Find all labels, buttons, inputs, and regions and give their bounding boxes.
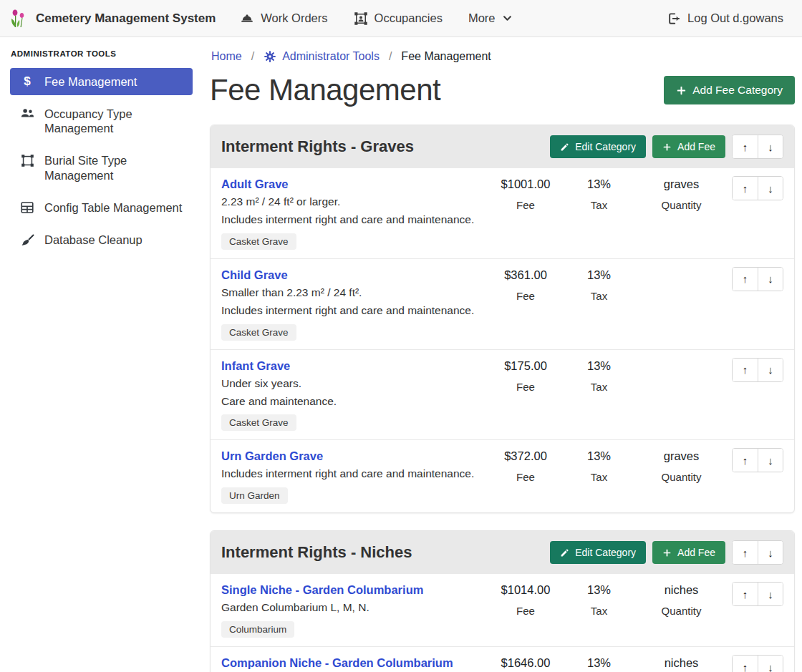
fee-tax-label: Tax (561, 381, 637, 393)
admin-tools-sidebar: ADMINISTRATOR TOOLS $ Fee Management Occ… (0, 37, 201, 672)
sidebar-heading: ADMINISTRATOR TOOLS (11, 49, 193, 58)
logout-label: Log Out d.gowans (687, 11, 783, 25)
sidebar-item-burial-site-type-management[interactable]: Burial Site Type Management (10, 147, 193, 188)
fee-row: Infant Grave Under six years. Care and m… (211, 350, 794, 441)
move-fee-up-button[interactable]: ↑ (733, 177, 758, 200)
sidebar-item-label: Burial Site Type Management (44, 153, 183, 182)
fee-tax-block: 13% Tax (561, 655, 637, 672)
category-reorder-group: ↑ ↓ (732, 540, 783, 565)
add-fee-category-button[interactable]: Add Fee Category (664, 76, 795, 104)
fee-name-link[interactable]: Adult Grave (221, 177, 289, 191)
fee-quantity-block: graves Quantity (637, 176, 726, 211)
nav-more[interactable]: More (468, 11, 513, 25)
fee-tax-block: 13% Tax (561, 267, 637, 302)
fee-name-link[interactable]: Child Grave (221, 268, 288, 282)
fee-quantity-block: graves Quantity (637, 448, 726, 483)
fee-quantity-block: niches Quantity (637, 655, 726, 672)
sidebar-item-fee-management[interactable]: $ Fee Management (10, 68, 193, 95)
fee-amount-block: $1001.00 Fee (490, 176, 561, 211)
edit-category-button[interactable]: Edit Category (550, 541, 646, 564)
add-fee-button[interactable]: Add Fee (652, 135, 725, 158)
sidebar-item-label: Database Cleanup (44, 233, 142, 247)
sidebar-item-config-table-management[interactable]: Config Table Management (10, 194, 193, 221)
fee-quantity-label: Quantity (637, 199, 726, 211)
fee-tax-block: 13% Tax (561, 582, 637, 617)
fee-reorder-group: ↑ ↓ (732, 448, 783, 472)
nav-occupancies-label: Occupancies (375, 11, 443, 25)
breadcrumb-current: Fee Management (401, 50, 491, 63)
fee-tag: Casket Grave (221, 414, 296, 431)
fee-amount-label: Fee (490, 381, 561, 393)
nav-work-orders[interactable]: Work Orders (240, 11, 327, 26)
crop-frame-icon (19, 154, 35, 167)
fee-quantity-label: Quantity (637, 471, 726, 483)
fee-amount: $1014.00 (490, 583, 561, 597)
breadcrumb-admin-tools-label: Administrator Tools (282, 50, 380, 63)
fee-tax-block: 13% Tax (561, 358, 637, 393)
move-fee-up-button[interactable]: ↑ (733, 583, 758, 605)
fee-amount-label: Fee (490, 290, 561, 302)
fee-description: Includes interment right and care and ma… (221, 467, 490, 481)
add-fee-label: Add Fee (677, 547, 715, 558)
nav-work-orders-label: Work Orders (261, 11, 327, 25)
fee-reorder-group: ↑ ↓ (732, 358, 783, 382)
breadcrumb-home-link[interactable]: Home (211, 50, 242, 63)
app-brand[interactable]: Cemetery Management System (10, 9, 216, 29)
move-fee-up-button[interactable]: ↑ (733, 268, 758, 291)
fee-quantity: graves (637, 177, 726, 191)
fee-tag: Columbarium (221, 621, 294, 638)
edit-category-label: Edit Category (575, 141, 636, 152)
sidebar-item-occupancy-type-management[interactable]: Occupancy Type Management (10, 100, 193, 142)
fee-name-link[interactable]: Single Niche - Garden Columbarium (221, 583, 423, 597)
add-fee-category-label: Add Fee Category (692, 84, 783, 97)
fee-tax-label: Tax (561, 199, 637, 211)
fee-description: Smaller than 2.23 m² / 24 ft². (221, 286, 490, 300)
fee-tax: 13% (561, 583, 637, 597)
fee-quantity: graves (637, 449, 726, 463)
fee-tax-label: Tax (561, 471, 637, 483)
sidebar-item-label: Fee Management (44, 74, 137, 89)
move-fee-down-button[interactable]: ↓ (758, 177, 783, 200)
move-fee-up-button[interactable]: ↑ (733, 449, 758, 472)
fee-category-card-niches: Interment Rights - Niches Edit Category (210, 530, 795, 672)
add-fee-label: Add Fee (677, 141, 715, 152)
fee-name-link[interactable]: Urn Garden Grave (221, 449, 323, 463)
fee-quantity: niches (637, 656, 726, 670)
app-title: Cemetery Management System (36, 11, 216, 26)
logout-button[interactable]: Log Out d.gowans (667, 11, 783, 26)
fee-amount-label: Fee (490, 605, 561, 617)
move-fee-up-button[interactable]: ↑ (733, 656, 758, 672)
nav-occupancies[interactable]: Occupancies (354, 11, 443, 26)
fee-amount-label: Fee (490, 471, 561, 483)
add-fee-button[interactable]: Add Fee (652, 541, 725, 564)
edit-category-button[interactable]: Edit Category (550, 135, 646, 158)
edit-category-label: Edit Category (575, 547, 636, 558)
fee-description: Includes interment right and care and ma… (221, 213, 490, 227)
fee-name-link[interactable]: Companion Niche - Garden Columbarium (221, 656, 453, 670)
fee-amount-block: $372.00 Fee (490, 448, 561, 483)
breadcrumb-admin-tools-link[interactable]: Administrator Tools (264, 50, 380, 63)
fee-row: Child Grave Smaller than 2.23 m² / 24 ft… (211, 259, 794, 350)
move-fee-up-button[interactable]: ↑ (733, 359, 758, 381)
fee-quantity-block (637, 358, 726, 359)
move-fee-down-button[interactable]: ↓ (758, 656, 783, 672)
move-category-up-button[interactable]: ↑ (733, 541, 758, 564)
move-category-down-button[interactable]: ↓ (758, 135, 783, 158)
fee-amount: $175.00 (490, 359, 561, 373)
fee-description: 2.23 m² / 24 ft² or larger. (221, 195, 490, 209)
breadcrumb: Home / (211, 50, 795, 63)
move-fee-down-button[interactable]: ↓ (758, 359, 783, 381)
move-fee-down-button[interactable]: ↓ (758, 449, 783, 472)
sidebar-item-database-cleanup[interactable]: Database Cleanup (10, 226, 193, 253)
move-category-up-button[interactable]: ↑ (733, 135, 758, 158)
move-fee-down-button[interactable]: ↓ (758, 583, 783, 605)
fee-name-link[interactable]: Infant Grave (221, 359, 290, 373)
move-fee-down-button[interactable]: ↓ (758, 268, 783, 291)
fee-category-card-graves: Interment Rights - Graves Edit Category (210, 125, 795, 513)
dollar-icon: $ (19, 75, 35, 87)
gear-icon (264, 50, 276, 63)
fee-quantity-block (637, 267, 726, 268)
fee-amount-block: $1014.00 Fee (490, 582, 561, 617)
page-title: Fee Management (210, 73, 440, 107)
move-category-down-button[interactable]: ↓ (758, 541, 783, 564)
